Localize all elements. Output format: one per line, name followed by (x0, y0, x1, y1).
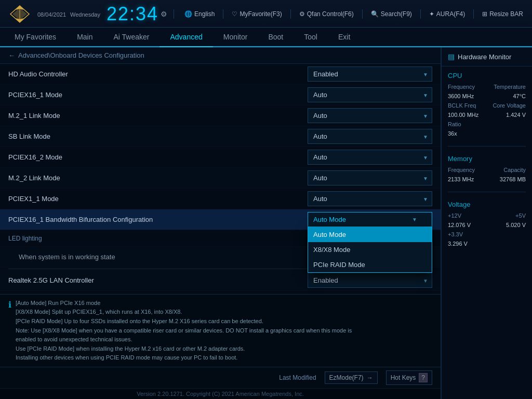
m2-2-dropdown[interactable]: Auto (308, 170, 432, 185)
hd-audio-dropdown[interactable]: Enabled Disabled (308, 66, 432, 82)
aura-icon: ✦ (429, 10, 434, 18)
lan-dropdown[interactable]: Enabled (308, 273, 432, 288)
info-line-4: Note: Use [X8/X8 Mode] when you have a c… (16, 326, 432, 336)
question-icon: ? (419, 373, 428, 382)
pciex1-1-dropdown[interactable]: Auto (308, 191, 432, 206)
date-display: 08/04/2021 (37, 11, 66, 18)
nav-boot[interactable]: Boot (258, 28, 294, 47)
voltage-section-title: Voltage (448, 201, 526, 208)
table-row: SB Link Mode Auto ▼ (0, 126, 441, 147)
monitor-icon: ▤ (448, 52, 455, 61)
nav-ai-tweaker[interactable]: Ai Tweaker (103, 28, 159, 47)
cpu-freq-row: Frequency Temperature (448, 84, 526, 90)
header: 08/04/2021 Wednesday 22:34 ⚙ 🌐 English ♡… (0, 0, 532, 28)
hot-keys-button[interactable]: Hot Keys ? (386, 370, 432, 385)
aura-label: AURA(F4) (436, 10, 465, 18)
dropdown-option-auto[interactable]: Auto Mode (308, 227, 432, 242)
nav-main[interactable]: Main (66, 28, 103, 47)
day-display: Wednesday (70, 11, 100, 18)
myfavorite-label: MyFavorite(F3) (240, 10, 282, 18)
hw-monitor-header: ▤ Hardware Monitor (442, 47, 532, 66)
table-row: Realtek 2.5G LAN Controller Enabled ▼ (0, 270, 441, 291)
pciex16-1-dropdown[interactable]: Auto (308, 87, 432, 102)
cpu-temp-label: Temperature (494, 84, 526, 90)
v12-values-row: 12.076 V 5.020 V (448, 222, 526, 228)
pciex16-2-label: PCIEX16_2 Mode (8, 153, 308, 161)
nav-monitor[interactable]: Monitor (213, 28, 258, 47)
settings-icon[interactable]: ⚙ (161, 10, 167, 18)
dropdown-option-pcie-raid[interactable]: PCIe RAID Mode (308, 257, 432, 272)
memory-voltage-divider (448, 192, 526, 192)
v33-label: +3.3V (448, 231, 463, 237)
search-label: Search(F9) (381, 10, 412, 18)
m2-2-label: M.2_2 Link Mode (8, 174, 308, 182)
cpu-memory-divider (448, 146, 526, 147)
toolbar-separator-3 (290, 9, 291, 19)
lan-label: Realtek 2.5G LAN Controller (8, 276, 308, 284)
qfan-button[interactable]: ⚙ Qfan Control(F6) (299, 10, 354, 18)
ratio-label: Ratio (448, 121, 461, 127)
settings-list: HD Audio Controller Enabled Disabled ▼ P… (0, 64, 441, 294)
info-text: [Auto Mode] Run PCIe X16 mode [X8/X8 Mod… (16, 299, 432, 363)
info-line-3: [PCIe RAID Mode] Up to four SSDs install… (16, 317, 432, 326)
resizebar-label: Resize BAR (489, 10, 523, 18)
nav-advanced[interactable]: Advanced (159, 28, 212, 47)
hd-audio-label: HD Audio Controller (8, 70, 308, 78)
dropdown-option-x8x8[interactable]: X8/X8 Mode (308, 242, 432, 257)
sb-link-label: SB Link Mode (8, 132, 308, 140)
last-modified-label: Last Modified (279, 374, 316, 381)
v12-label: +12V (448, 212, 461, 219)
heart-icon: ♡ (232, 10, 237, 18)
bifurcation-dropdown-selected[interactable]: Auto Mode ▼ (308, 212, 432, 227)
lan-dropdown-container: Enabled ▼ (308, 273, 432, 288)
v5-label: +5V (515, 212, 526, 219)
m2-1-dropdown[interactable]: Auto (308, 108, 432, 123)
version-text: Version 2.20.1271. Copyright (C) 2021 Am… (137, 391, 304, 397)
v5-value: 5.020 V (506, 222, 526, 228)
globe-icon: 🌐 (184, 10, 192, 18)
bifurcation-label: PCIEX16_1 Bandwidth Bifurcation Configur… (8, 216, 308, 223)
chevron-down-icon: ▼ (412, 217, 417, 222)
memory-section-title: Memory (448, 155, 526, 163)
cpu-temp-value: 47°C (513, 93, 526, 99)
cpu-freq-label: Frequency (448, 84, 475, 90)
ez-mode-button[interactable]: EzMode(F7) → (325, 371, 378, 384)
toolbar-separator-5 (420, 9, 421, 19)
search-button[interactable]: 🔍 Search(F9) (371, 10, 412, 18)
nav-exit[interactable]: Exit (328, 28, 361, 47)
pciex1-1-label: PCIEX1_1 Mode (8, 195, 308, 203)
breadcrumb-path: Advanced\Onboard Devices Configuration (18, 51, 144, 59)
language-selector[interactable]: 🌐 English (184, 10, 215, 18)
pciex16-1-label: PCIEX16_1 Mode (8, 91, 308, 99)
arrow-right-icon: → (367, 374, 373, 381)
nav-favorites[interactable]: My Favorites (4, 28, 66, 47)
table-row: M.2_2 Link Mode Auto ▼ (0, 168, 441, 189)
info-line-2: [X8/X8 Mode] Split up PCIEX16_1, which r… (16, 308, 432, 317)
m2-2-dropdown-container: Auto ▼ (308, 170, 432, 185)
pciex1-1-dropdown-container: Auto ▼ (308, 191, 432, 206)
info-line-7: Installing other devices when using PCIE… (16, 353, 432, 363)
hd-audio-dropdown-container: Enabled Disabled ▼ (308, 66, 432, 82)
bifurcation-dropdown-menu: Auto Mode X8/X8 Mode PCIe RAID Mode (308, 227, 432, 273)
cpu-freq-val-row: 3600 MHz 47°C (448, 93, 526, 99)
language-label: English (194, 10, 215, 18)
ez-mode-label: EzMode(F7) (329, 374, 364, 381)
breadcrumb: ← Advanced\Onboard Devices Configuration (0, 47, 441, 64)
sb-link-dropdown[interactable]: Auto (308, 129, 432, 144)
resizebar-icon: ⊞ (482, 10, 487, 18)
pciex16-2-dropdown-container: Auto ▼ (308, 150, 432, 165)
pciex16-2-dropdown[interactable]: Auto (308, 150, 432, 165)
bclk-label: BCLK Freq (448, 102, 476, 109)
voltage-section: Voltage +12V +5V 12.076 V 5.020 V +3.3V … (442, 195, 532, 253)
back-arrow-icon[interactable]: ← (8, 51, 15, 59)
table-row: M.2_1 Link Mode Auto ▼ (0, 105, 441, 126)
info-panel: ℹ [Auto Mode] Run PCIe X16 mode [X8/X8 M… (0, 294, 441, 367)
nav-tool[interactable]: Tool (294, 28, 328, 47)
corevolt-label: Core Voltage (493, 102, 526, 109)
aura-button[interactable]: ✦ AURA(F4) (429, 10, 465, 18)
toolbar-separator-6 (473, 9, 474, 19)
v12-value: 12.076 V (448, 222, 471, 228)
myfavorite-button[interactable]: ♡ MyFavorite(F3) (232, 10, 282, 18)
v33-label-row: +3.3V (448, 231, 526, 237)
resizebar-button[interactable]: ⊞ Resize BAR (482, 10, 523, 18)
